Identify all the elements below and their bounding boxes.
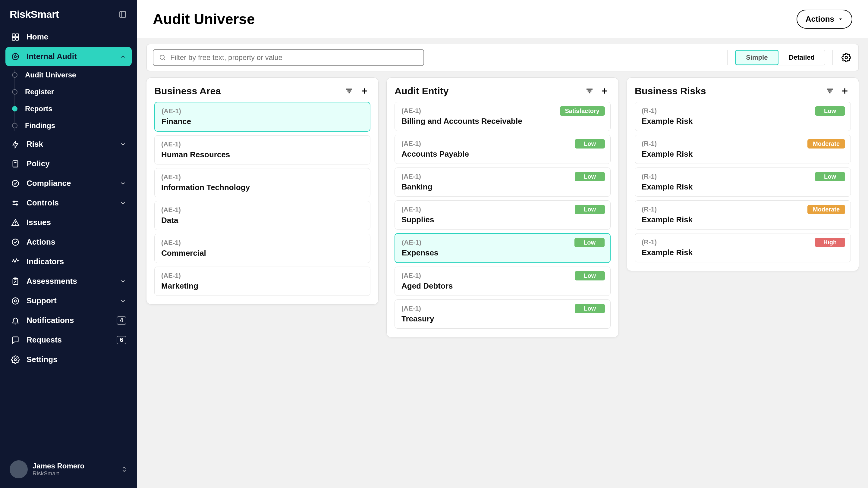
status-badge: Low — [815, 106, 845, 116]
nav-label: Compliance — [27, 178, 71, 188]
card[interactable]: (AE-1)Marketing — [154, 267, 370, 296]
svg-line-30 — [164, 59, 165, 60]
view-detailed-button[interactable]: Detailed — [778, 50, 825, 65]
card[interactable]: (AE-1)Data — [154, 201, 370, 230]
card-id: (AE-1) — [161, 239, 364, 247]
card-id: (AE-1) — [402, 238, 603, 247]
card[interactable]: High(R-1)Example Risk — [635, 233, 851, 262]
nav-label: Settings — [27, 355, 58, 364]
card-id: (AE-1) — [161, 206, 364, 214]
sidebar-collapse-button[interactable] — [118, 10, 127, 19]
sub-item-findings[interactable]: Findings — [19, 117, 132, 134]
nav-label: Home — [27, 32, 48, 41]
sub-item-reports[interactable]: Reports — [19, 100, 132, 117]
chevron-down-icon — [120, 200, 126, 206]
issues-icon — [11, 218, 20, 227]
sidebar-item-home[interactable]: Home — [5, 27, 132, 46]
divider — [832, 50, 833, 65]
status-badge: Low — [575, 172, 605, 181]
sub-item-label: Reports — [25, 104, 53, 113]
card[interactable]: Low(AE-1)Banking — [395, 167, 611, 197]
settings-button[interactable] — [840, 52, 852, 64]
card[interactable]: Moderate(R-1)Example Risk — [635, 200, 851, 230]
card-title: Billing and Accounts Receivable — [401, 117, 604, 126]
card[interactable]: (AE-1)Information Technology — [154, 168, 370, 197]
status-badge: Low — [575, 139, 605, 149]
svg-point-14 — [12, 180, 19, 187]
column-filter-button[interactable] — [584, 85, 595, 97]
sidebar-item-risk[interactable]: Risk — [5, 135, 132, 154]
column-filter-button[interactable] — [824, 85, 836, 97]
main: Audit Universe Actions Simple Detailed — [137, 0, 868, 488]
svg-point-27 — [14, 358, 17, 361]
card[interactable]: Low(AE-1)Expenses — [395, 233, 611, 263]
sidebar-item-controls[interactable]: Controls — [5, 193, 132, 213]
search-input[interactable] — [170, 53, 418, 62]
card[interactable]: (AE-1)Commercial — [154, 234, 370, 263]
card[interactable]: (AE-1)Human Resources — [154, 135, 370, 164]
sidebar-item-actions[interactable]: Actions — [5, 233, 132, 252]
brand-logo: RiskSmart — [10, 8, 59, 20]
sidebar-item-notifications[interactable]: Notifications4 — [5, 311, 132, 330]
sidebar-item-policy[interactable]: Policy — [5, 154, 132, 173]
card[interactable]: Low(AE-1)Aged Debtors — [395, 267, 611, 296]
user-switcher-icon[interactable] — [121, 465, 127, 474]
actions-button-label: Actions — [806, 14, 834, 24]
card-id: (AE-1) — [401, 272, 604, 280]
sidebar-item-support[interactable]: Support — [5, 291, 132, 310]
sidebar-item-settings[interactable]: Settings — [5, 350, 132, 369]
support-icon — [11, 296, 20, 305]
card[interactable]: Low(AE-1)Supplies — [395, 200, 611, 230]
divider — [727, 50, 727, 65]
sub-item-register[interactable]: Register — [19, 84, 132, 100]
card[interactable]: Satisfactory(AE-1)Billing and Accounts R… — [395, 102, 611, 131]
status-badge: Moderate — [807, 205, 845, 214]
sidebar-item-assessments[interactable]: Assessments — [5, 272, 132, 291]
search-box[interactable] — [153, 49, 424, 66]
actions-button[interactable]: Actions — [797, 10, 852, 29]
sub-item-audit-universe[interactable]: Audit Universe — [19, 67, 132, 84]
card-id: (AE-1) — [401, 205, 604, 213]
caret-down-icon — [838, 18, 843, 21]
settings-icon — [11, 355, 20, 364]
user-name: James Romero — [33, 462, 84, 470]
status-badge: High — [815, 238, 845, 247]
compliance-icon — [11, 179, 20, 188]
sidebar-item-requests[interactable]: Requests6 — [5, 330, 132, 350]
svg-point-24 — [12, 298, 19, 304]
sub-nav: Audit UniverseRegisterReportsFindings — [5, 67, 132, 134]
card[interactable]: Low(R-1)Example Risk — [635, 167, 851, 197]
assessments-icon — [11, 277, 20, 286]
sub-item-label: Register — [25, 88, 54, 96]
column-add-button[interactable] — [598, 85, 611, 97]
column-add-button[interactable] — [839, 85, 851, 97]
sidebar-item-issues[interactable]: Issues — [5, 213, 132, 232]
card[interactable]: Moderate(R-1)Example Risk — [635, 135, 851, 164]
card[interactable]: Low(AE-1)Treasury — [395, 299, 611, 329]
column-add-button[interactable] — [358, 85, 370, 97]
nav-label: Support — [27, 296, 57, 305]
chevron-down-icon — [120, 298, 126, 304]
card-id: (AE-1) — [161, 140, 364, 148]
sidebar-item-compliance[interactable]: Compliance — [5, 174, 132, 193]
card-list: (AE-1)Finance(AE-1)Human Resources(AE-1)… — [154, 102, 370, 296]
view-simple-button[interactable]: Simple — [735, 50, 779, 65]
card[interactable]: Low(R-1)Example Risk — [635, 102, 851, 131]
nav-label: Requests — [27, 335, 62, 345]
column-header: Audit Entity — [395, 85, 611, 97]
svg-rect-4 — [12, 37, 15, 40]
nav-label: Risk — [27, 139, 43, 149]
sidebar-item-internal-audit[interactable]: Internal Audit — [5, 47, 132, 66]
gear-icon — [841, 53, 851, 62]
column-title: Audit Entity — [395, 86, 581, 97]
column-business-risks: Business RisksLow(R-1)Example RiskModera… — [627, 77, 859, 271]
columns: Business Area(AE-1)Finance(AE-1)Human Re… — [146, 77, 859, 479]
column-filter-button[interactable] — [343, 85, 355, 97]
nav-label: Issues — [27, 218, 51, 227]
nav-label: Indicators — [27, 257, 64, 266]
user-footer[interactable]: James Romero RiskSmart — [5, 456, 132, 483]
sidebar-item-indicators[interactable]: Indicators — [5, 252, 132, 271]
card[interactable]: Low(AE-1)Accounts Payable — [395, 135, 611, 164]
card[interactable]: (AE-1)Finance — [154, 102, 370, 132]
svg-rect-12 — [13, 161, 18, 167]
